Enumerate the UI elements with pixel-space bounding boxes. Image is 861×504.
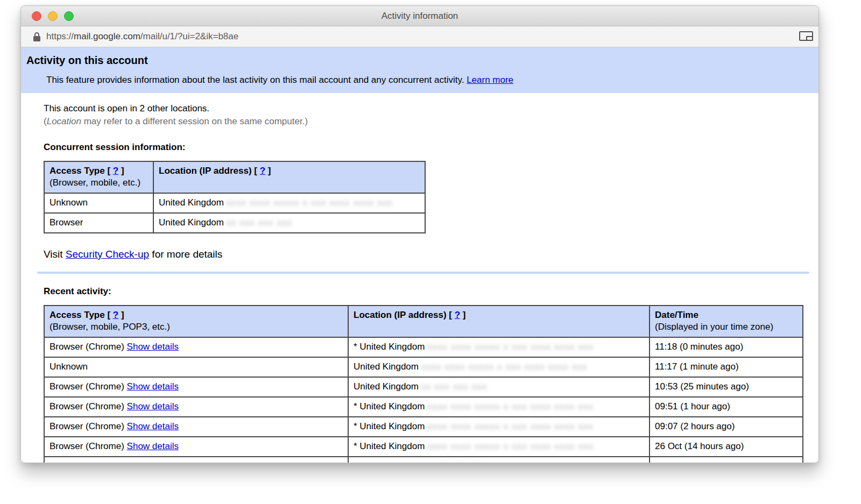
concurrent-session-heading: Concurrent session information: (44, 142, 818, 153)
show-details-link[interactable]: Show details (127, 441, 179, 451)
redacted-ip: xx xxx xxx xxx (421, 382, 488, 391)
access-type-cell: Unknown (44, 357, 348, 377)
location-text: United Kingdom (354, 361, 419, 372)
security-checkup-line: Visit Security Check-up for more details (44, 249, 818, 260)
title-bar: Activity information (21, 6, 818, 26)
location-cell: * United Kingdom xxxx xxxx xxxxx x xxx x… (348, 417, 650, 437)
learn-more-link[interactable]: Learn more (467, 75, 513, 85)
table-row: Browser (Chrome) Show details * United K… (44, 337, 803, 357)
location-note-italic: Location (47, 116, 81, 126)
bracket-close: ] (121, 166, 124, 176)
access-type-header-subtitle: (Browser, mobile, POP3, etc.) (50, 322, 170, 332)
show-details-link[interactable]: Show details (127, 381, 179, 392)
banner-description-text: This feature provides information about … (46, 75, 464, 85)
datetime-cell: 11:18 (0 minutes ago) (650, 337, 803, 357)
security-line-suffix: for more details (152, 249, 222, 260)
bracket-open: [ (107, 310, 110, 320)
location-header-title: Location (IP address) (159, 166, 252, 176)
banner-description: This feature provides information about … (46, 75, 808, 86)
access-type-text: Unknown (50, 361, 88, 372)
datetime-cell: 11:17 (1 minute ago) (650, 357, 803, 377)
datetime-header-subtitle: (Displayed in your time zone) (655, 322, 773, 332)
location-text: * United Kingdom (354, 421, 425, 431)
location-text: * United Kingdom (354, 441, 425, 451)
redacted-ip: xxxx xxxx xxxxx x xxx xxxx xxxx xxx (227, 198, 393, 207)
table-row: Browser (Chrome) Show details United Kin… (44, 377, 803, 397)
access-type-header-title: Access Type (50, 166, 105, 176)
access-type-cell: Browser (Chrome) Show details (44, 377, 348, 397)
show-details-link[interactable]: Show details (127, 401, 179, 411)
datetime-cell: 26 Oct (14 hours ago) (650, 437, 803, 457)
location-text: * United Kingdom (354, 342, 425, 352)
access-type-text: Browser (Chrome) (50, 421, 124, 431)
section-divider (37, 272, 809, 274)
location-cell: United Kingdom xx xxx xxx xxx (348, 457, 650, 463)
access-type-text: Browser (Chrome) (50, 441, 124, 451)
table-row: Browser United Kingdom xx xxx xxx xxx (44, 213, 425, 233)
url-scheme: https:// (46, 31, 74, 41)
datetime-cell: 09:07 (2 hours ago) (650, 417, 803, 437)
table-row: Browser (Chrome) Show details United Kin… (44, 457, 803, 463)
activity-banner: Activity on this account This feature pr… (21, 47, 818, 93)
redacted-ip: xx xxx xxx xxx (227, 218, 293, 227)
access-type-cell: Browser (Chrome) Show details (44, 417, 348, 437)
location-text: United Kingdom (159, 217, 224, 228)
location-cell: * United Kingdom xxxx xxxx xxxxx x xxx x… (348, 397, 650, 417)
table-row: Browser (Chrome) Show details * United K… (44, 397, 803, 417)
access-type-text: Browser (Chrome) (50, 342, 124, 352)
browser-window: Activity information https://mail.google… (20, 5, 819, 463)
redacted-ip: xxxx xxxx xxxxx x xxx xxxx xxxx xxx (427, 402, 594, 411)
show-details-link[interactable]: Show details (127, 421, 179, 431)
access-type-text: Browser (Chrome) (50, 381, 124, 392)
url-text: https://mail.google.com/mail/u/1/?ui=2&i… (46, 31, 238, 42)
table-row: Browser (Chrome) Show details * United K… (44, 417, 803, 437)
security-line-prefix: Visit (44, 249, 63, 260)
security-checkup-link[interactable]: Security Check-up (66, 249, 149, 260)
location-text: United Kingdom (354, 381, 419, 392)
table-header-row: Access Type [ ? ] (Browser, mobile, etc.… (44, 161, 425, 193)
access-type-cell: Browser (Chrome) Show details (44, 397, 348, 417)
recent-activity-heading: Recent activity: (44, 286, 818, 297)
show-details-link[interactable]: Show details (127, 342, 179, 352)
location-cell: United Kingdom xxxx xxxx xxxxx x xxx xxx… (348, 357, 650, 377)
location-cell: United Kingdom xx xxx xxx xxx (348, 377, 650, 397)
main-content: This account is open in 2 other location… (21, 93, 818, 463)
access-type-help-link[interactable]: ? (113, 310, 118, 320)
datetime-header: Date/Time (Displayed in your time zone) (650, 306, 803, 337)
datetime-cell: 10:53 (25 minutes ago) (650, 377, 803, 397)
table-header-row: Access Type [ ? ] (Browser, mobile, POP3… (44, 306, 803, 337)
access-type-cell: Browser (Chrome) Show details (44, 437, 348, 457)
recent-activity-table: Access Type [ ? ] (Browser, mobile, POP3… (44, 305, 803, 463)
close-button[interactable] (32, 11, 41, 21)
picture-in-picture-inner-icon (806, 36, 813, 41)
location-help-link[interactable]: ? (260, 166, 265, 176)
access-type-help-link[interactable]: ? (113, 166, 118, 176)
bracket-open: [ (449, 310, 452, 320)
redacted-ip: xxxx xxxx xxxxx x xxx xxxx xxxx xxx (427, 442, 594, 451)
lock-icon (33, 32, 41, 42)
show-details-link[interactable]: Show details (127, 461, 179, 463)
window-title: Activity information (21, 6, 818, 26)
access-type-header-title: Access Type (50, 310, 105, 320)
location-cell: * United Kingdom xxxx xxxx xxxxx x xxx x… (348, 437, 650, 457)
address-bar[interactable]: https://mail.google.com/mail/u/1/?ui=2&i… (21, 26, 818, 47)
access-type-cell: Browser (Chrome) Show details (44, 337, 348, 357)
table-row: Unknown United Kingdom xxxx xxxx xxxxx x… (44, 357, 803, 377)
zoom-button[interactable] (64, 11, 74, 21)
bracket-close: ] (121, 310, 124, 320)
concurrent-session-table: Access Type [ ? ] (Browser, mobile, etc.… (44, 161, 426, 233)
access-type-header: Access Type [ ? ] (Browser, mobile, etc.… (44, 161, 153, 193)
redacted-ip: xxxx xxxx xxxxx x xxx xxxx xxxx xxx (421, 362, 588, 371)
traffic-lights (32, 11, 74, 21)
redacted-ip: xx xxx xxx xxx (421, 462, 488, 463)
location-note: (Location may refer to a different sessi… (44, 116, 818, 127)
access-type-header-subtitle: (Browser, mobile, etc.) (50, 178, 140, 188)
location-header: Location (IP address) [ ? ] (153, 161, 425, 193)
location-text: United Kingdom (159, 197, 224, 208)
location-help-link[interactable]: ? (455, 310, 460, 320)
access-type-cell: Browser (44, 213, 153, 233)
table-row: Browser (Chrome) Show details * United K… (44, 437, 803, 457)
picture-in-picture-icon[interactable] (799, 31, 813, 41)
location-header: Location (IP address) [ ? ] (348, 306, 650, 337)
minimize-button[interactable] (48, 11, 58, 21)
